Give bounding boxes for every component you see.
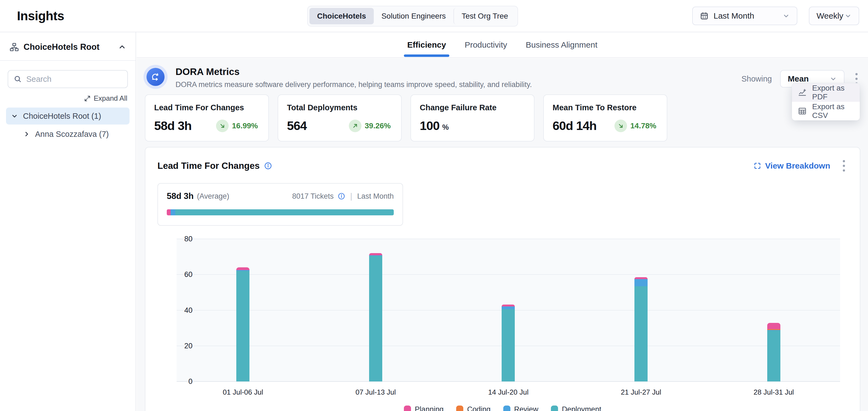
lead-time-card-header: Lead Time For Changes View Breakdown [157, 158, 848, 174]
sidebar-root-label: ChoiceHotels Root [24, 42, 114, 52]
view-breakdown-button[interactable]: View Breakdown [753, 161, 830, 170]
x-axis-label: 14 Jul-20 Jul [442, 388, 575, 397]
legend-label: Planning [415, 405, 443, 411]
summary-row: 58d 3h (Average) 8017 Tickets | Last Mon… [167, 191, 394, 201]
expand-all-label: Expand All [94, 94, 127, 103]
collapse-chevron-icon[interactable] [118, 43, 126, 51]
granularity-value: Weekly [816, 11, 843, 21]
lead-time-chart: 020406080 01 Jul-06 Jul07 Jul-13 Jul14 J… [157, 239, 848, 406]
bar-segment-planning [502, 305, 515, 307]
chart-kebab-menu-icon[interactable] [840, 158, 848, 174]
bar-segment-deployment [634, 286, 648, 381]
bar-slot [177, 239, 309, 381]
date-range-select[interactable]: Last Month [692, 7, 797, 25]
menu-item-export-as-pdf[interactable]: Export as PDF [792, 83, 860, 102]
tickets-count: 8017 Tickets [292, 192, 334, 201]
summary-value: 58d 3h [167, 191, 194, 201]
metric-card-title: Total Deployments [287, 103, 393, 112]
main-area: EfficiencyProductivityBusiness Alignment… [136, 32, 868, 411]
org-tree: ChoiceHotels Root (1)Anna Scozzafava (7) [6, 107, 129, 143]
x-axis-label: 01 Jul-06 Jul [177, 388, 309, 397]
stacked-bar-14-Jul-20-Jul [502, 305, 515, 381]
aggregation-value: Mean [788, 74, 809, 83]
metric-card-title: Change Failure Rate [420, 103, 526, 112]
legend-swatch-planning [404, 406, 411, 411]
bar-segment-planning [236, 267, 249, 270]
org-tab-solution-engineers[interactable]: Solution Engineers [374, 8, 454, 24]
trend-delta: 16.99% [232, 122, 258, 130]
x-axis-label: 07 Jul-13 Jul [309, 388, 442, 397]
summary-qualifier: (Average) [197, 192, 229, 201]
legend-item-planning: Planning [404, 405, 443, 411]
chevron-down-icon [11, 112, 18, 119]
bar-segment-deployment [236, 271, 249, 381]
menu-item-label: Export as PDF [812, 84, 854, 101]
legend-label: Deployment [562, 405, 601, 411]
info-icon[interactable] [264, 162, 272, 170]
bar-segment-planning [369, 253, 382, 255]
dora-title: DORA Metrics [176, 66, 532, 77]
legend-label: Review [514, 405, 538, 411]
org-tab-choicehotels[interactable]: ChoiceHotels [309, 8, 374, 24]
metric-card-title: Mean Time To Restore [553, 103, 658, 112]
legend-swatch-coding [456, 406, 463, 411]
trend-down-icon [216, 119, 229, 132]
lead-time-title: Lead Time For Changes [157, 161, 259, 171]
chevron-right-icon [23, 131, 30, 138]
menu-item-export-as-csv[interactable]: Export as CSV [792, 102, 860, 121]
metric-card-lead-time-for-changes: Lead Time For Changes58d 3h16.99% [145, 94, 269, 141]
metric-card-mean-time-to-restore: Mean Time To Restore60d 14h14.78% [543, 94, 667, 141]
tree-item[interactable]: Anna Scozzafava (7) [18, 126, 129, 143]
expand-all-button[interactable]: Expand All [0, 94, 127, 103]
trend-down-icon [615, 119, 627, 132]
metric-card-value-row: 100% [420, 119, 526, 133]
dora-heading-text: DORA Metrics DORA metrics measure softwa… [176, 66, 532, 89]
stacked-bar-07-Jul-13-Jul [369, 253, 382, 381]
chevron-down-icon [830, 75, 837, 82]
stacked-bar-01-Jul-06-Jul [236, 267, 249, 381]
tree-item-label: ChoiceHotels Root (1) [23, 112, 101, 121]
lead-time-card: Lead Time For Changes View Breakdown [145, 147, 860, 411]
tab-efficiency[interactable]: Efficiency [406, 34, 447, 56]
metric-card-change-failure-rate: Change Failure Rate100% [410, 94, 534, 141]
chevron-down-icon [844, 12, 851, 20]
bar-segment-review [502, 306, 515, 309]
dora-iteration-icon [147, 68, 164, 86]
trend-badge: 39.26% [349, 119, 391, 132]
export-menu: Export as PDFExport as CSV [792, 83, 860, 121]
meta-divider: | [350, 192, 352, 201]
breakdown-segment-planning [167, 209, 170, 215]
chart-export-icon [798, 88, 807, 97]
top-header: Insights ChoiceHotelsSolution EngineersT… [0, 0, 868, 32]
granularity-select[interactable]: Weekly [809, 7, 859, 25]
tree-item[interactable]: ChoiceHotels Root (1) [6, 107, 129, 125]
org-tree-icon [9, 42, 19, 52]
dora-header: DORA Metrics DORA metrics measure softwa… [145, 66, 860, 89]
metric-card-value: 60d 14h [553, 119, 597, 133]
metric-card-value-row: 60d 14h14.78% [553, 119, 658, 133]
org-tab-test-org-tree[interactable]: Test Org Tree [454, 8, 516, 24]
search-input[interactable] [26, 75, 122, 84]
chart-legend: PlanningCodingReviewDeployment [157, 405, 848, 411]
trend-delta: 39.26% [365, 122, 391, 130]
trend-up-icon [349, 119, 362, 132]
legend-item-deployment: Deployment [551, 405, 601, 411]
org-switcher: ChoiceHotelsSolution EngineersTest Org T… [307, 6, 518, 27]
tab-productivity[interactable]: Productivity [464, 34, 508, 56]
content: DORA Metrics DORA metrics measure softwa… [136, 59, 868, 411]
metric-card-total-deployments: Total Deployments56439.26% [278, 94, 402, 141]
metric-cards-row: Lead Time For Changes58d 3h16.99%Total D… [145, 94, 860, 141]
lead-time-summary: 58d 3h (Average) 8017 Tickets | Last Mon… [157, 183, 403, 226]
org-sidebar: ChoiceHotels Root Expand All ChoiceHotel… [0, 32, 136, 411]
dora-subtitle: DORA metrics measure software delivery p… [176, 80, 532, 89]
breakdown-segment-deployment [175, 209, 394, 215]
expand-arrows-icon [84, 95, 91, 102]
legend-item-review: Review [503, 405, 538, 411]
menu-item-label: Export as CSV [812, 102, 854, 120]
bar-slot [707, 239, 840, 381]
search-icon [14, 75, 22, 83]
date-range-value: Last Month [714, 11, 754, 21]
metric-card-value-row: 56439.26% [287, 119, 393, 133]
info-icon[interactable] [338, 192, 345, 200]
tab-business-alignment[interactable]: Business Alignment [525, 34, 598, 56]
